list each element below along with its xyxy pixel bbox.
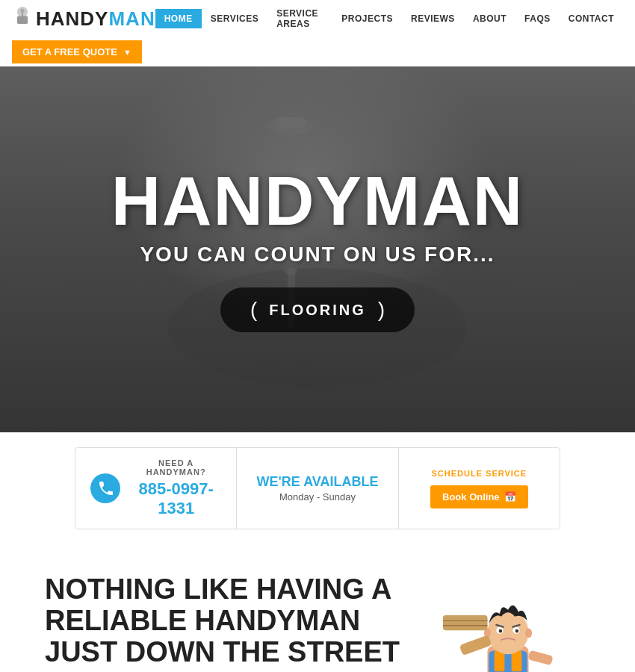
book-button-label: Book Online bbox=[442, 491, 500, 503]
availability-section: WE'RE AVAILABLE Monday - Sunday bbox=[237, 448, 398, 529]
schedule-label: SCHEDULE SERVICE bbox=[431, 469, 527, 478]
hero-section: HANDYMAN YOU CAN COUNT ON US FOR... ( FL… bbox=[0, 66, 635, 432]
svg-rect-11 bbox=[495, 651, 505, 672]
nav-home[interactable]: HOME bbox=[155, 9, 202, 28]
hero-subtitle: YOU CAN COUNT ON US FOR... bbox=[140, 243, 495, 267]
availability-label: WE'RE AVAILABLE bbox=[257, 474, 379, 490]
calendar-icon: 📅 bbox=[504, 491, 516, 503]
nav-contact[interactable]: CONTACT bbox=[560, 9, 623, 28]
availability-days: Monday - Sunday bbox=[279, 491, 356, 503]
main-nav: HOME SERVICES SERVICE AREAS PROJECTS REV… bbox=[155, 4, 623, 34]
nav-faqs[interactable]: FAQS bbox=[515, 9, 560, 28]
svg-point-21 bbox=[525, 628, 532, 638]
about-text: NOTHING LIKE HAVING A RELIABLE HANDYMAN … bbox=[45, 574, 403, 672]
svg-point-2 bbox=[20, 9, 24, 13]
logo: HANDYMAN bbox=[12, 7, 155, 31]
hero-badge-paren-right: ) bbox=[378, 298, 385, 322]
hero-content: HANDYMAN YOU CAN COUNT ON US FOR... ( FL… bbox=[0, 66, 635, 432]
nav-reviews[interactable]: REVIEWS bbox=[402, 9, 464, 28]
hero-badge-paren-left: ( bbox=[250, 298, 257, 322]
book-online-button[interactable]: Book Online 📅 bbox=[430, 485, 528, 508]
logo-icon bbox=[12, 7, 33, 31]
about-image bbox=[426, 574, 590, 672]
svg-rect-22 bbox=[459, 635, 492, 656]
nav-service-areas[interactable]: SERVICE AREAS bbox=[267, 4, 332, 34]
svg-point-17 bbox=[515, 629, 519, 633]
phone-icon bbox=[90, 473, 120, 503]
phone-section: NEED A HANDYMAN? 885-0997-1331 bbox=[75, 448, 237, 529]
quote-button-label: GET A FREE QUOTE bbox=[22, 46, 117, 57]
nav-projects[interactable]: PROJECTS bbox=[332, 9, 402, 28]
svg-rect-26 bbox=[527, 650, 553, 666]
hero-badge-text: FLOORING bbox=[269, 302, 366, 319]
about-heading: NOTHING LIKE HAVING A RELIABLE HANDYMAN … bbox=[45, 574, 403, 668]
hero-title: HANDYMAN bbox=[111, 167, 524, 235]
nav-services[interactable]: SERVICES bbox=[202, 9, 267, 28]
phone-info: NEED A HANDYMAN? 885-0997-1331 bbox=[131, 458, 221, 518]
quote-dropdown-arrow: ▼ bbox=[123, 48, 131, 57]
handyman-cartoon bbox=[433, 574, 583, 672]
hero-badge: ( FLOORING ) bbox=[220, 287, 415, 332]
about-section: NOTHING LIKE HAVING A RELIABLE HANDYMAN … bbox=[0, 544, 635, 672]
logo-handy-text: HANDY bbox=[36, 7, 108, 31]
nav-about[interactable]: ABOUT bbox=[464, 9, 515, 28]
svg-rect-23 bbox=[443, 615, 488, 630]
phone-label: NEED A HANDYMAN? bbox=[131, 458, 221, 476]
svg-rect-3 bbox=[17, 16, 28, 24]
svg-point-16 bbox=[499, 629, 503, 633]
quote-bar-wrapper: GET A FREE QUOTE ▼ bbox=[0, 37, 635, 66]
phone-number: 885-0997-1331 bbox=[131, 479, 221, 518]
info-bar: NEED A HANDYMAN? 885-0997-1331 WE'RE AVA… bbox=[75, 447, 560, 529]
logo-man-text: MAN bbox=[108, 7, 155, 31]
schedule-section: SCHEDULE SERVICE Book Online 📅 bbox=[399, 448, 560, 529]
svg-rect-12 bbox=[512, 651, 522, 672]
get-free-quote-button[interactable]: GET A FREE QUOTE ▼ bbox=[12, 40, 142, 63]
header: HANDYMAN HOME SERVICES SERVICE AREAS PRO… bbox=[0, 0, 635, 37]
